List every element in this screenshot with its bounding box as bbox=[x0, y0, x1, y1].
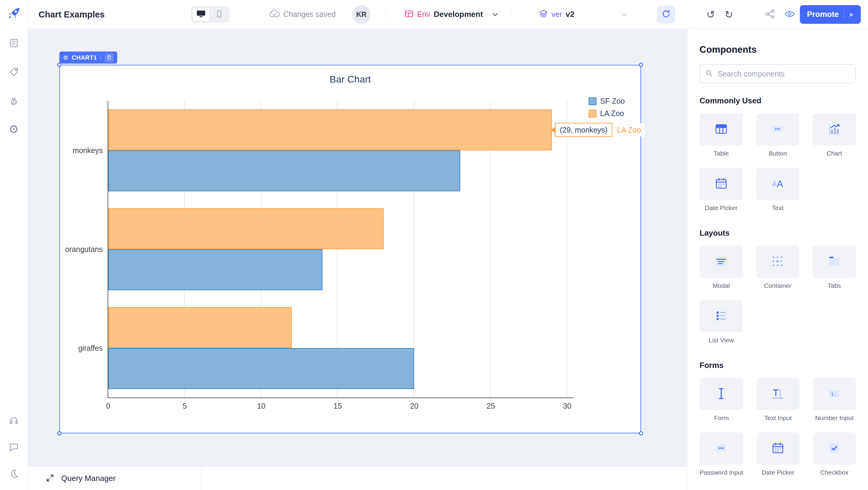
checkbox-icon bbox=[827, 441, 841, 456]
form-icon bbox=[714, 387, 728, 402]
component-tile bbox=[756, 378, 800, 410]
number-input-icon: 1.. bbox=[827, 387, 841, 402]
component-tile bbox=[700, 432, 743, 465]
text-input-icon bbox=[771, 387, 785, 402]
eye-icon bbox=[784, 9, 795, 19]
component-card-container[interactable]: Container bbox=[756, 246, 800, 289]
layers-icon bbox=[539, 9, 548, 20]
chart-category-band: monkeys(29, monkeys)LA Zoo bbox=[108, 101, 573, 200]
component-card-table[interactable]: Table bbox=[700, 113, 743, 157]
component-sections: Commonly UsedTableButtonChartDate Picker… bbox=[700, 96, 856, 476]
tooltip-value: (29, monkeys) bbox=[555, 123, 612, 137]
x-tick-label: 30 bbox=[563, 402, 571, 410]
share-button[interactable] bbox=[765, 9, 775, 20]
settings-gear-icon[interactable]: ⚙ bbox=[8, 124, 19, 135]
chart-icon bbox=[827, 122, 841, 137]
chart-legend: SF ZooLA Zoo bbox=[589, 97, 625, 118]
promote-button[interactable]: Promote » bbox=[800, 5, 861, 24]
component-card-number-input[interactable]: 1..Number Input bbox=[813, 378, 856, 422]
tag-icon[interactable] bbox=[9, 67, 19, 77]
desktop-toggle-button[interactable] bbox=[193, 8, 210, 21]
component-label: Checkbox bbox=[813, 469, 856, 476]
svg-text:1..: 1.. bbox=[831, 391, 836, 396]
legend-swatch bbox=[589, 97, 596, 105]
component-card-password-input[interactable]: Password Input bbox=[700, 432, 743, 476]
component-tile bbox=[700, 300, 743, 332]
component-label: Modal bbox=[700, 282, 743, 289]
chart-title: Bar Chart bbox=[60, 74, 641, 85]
avatar[interactable]: KR bbox=[352, 5, 371, 24]
app-builder: ⚙ Chart Examples Changes saved KR bbox=[0, 0, 868, 490]
component-card-button[interactable]: Button bbox=[756, 113, 800, 157]
version-selector[interactable]: ver v2 bbox=[539, 9, 628, 20]
canvas[interactable]: ⚙ CHART1 Bar Chart monkeys(29, monkeys)L… bbox=[28, 29, 687, 490]
header: Chart Examples Changes saved KR Env Deve… bbox=[28, 0, 868, 29]
date-picker-icon bbox=[771, 441, 785, 456]
chart-widget[interactable]: ⚙ CHART1 Bar Chart monkeys(29, monkeys)L… bbox=[59, 65, 641, 433]
hover-tooltip: (29, monkeys)LA Zoo bbox=[551, 123, 645, 137]
component-label: Password Input bbox=[700, 469, 743, 476]
resize-handle[interactable] bbox=[639, 63, 643, 67]
widget-name: CHART1 bbox=[72, 54, 97, 61]
component-card-form[interactable]: Form bbox=[700, 378, 743, 422]
y-axis-label: monkeys bbox=[73, 146, 103, 155]
bar-sf-zoo-giraffes[interactable] bbox=[108, 348, 414, 389]
double-chevron-icon: » bbox=[844, 10, 854, 19]
component-card-date-picker[interactable]: Date Picker bbox=[700, 168, 743, 212]
component-card-text[interactable]: AAText bbox=[756, 168, 800, 212]
component-card-date-picker[interactable]: Date Picker bbox=[756, 432, 800, 476]
component-card-modal[interactable]: Modal bbox=[700, 246, 743, 289]
component-card-text-input[interactable]: Text Input bbox=[756, 378, 800, 422]
component-search[interactable] bbox=[700, 64, 856, 84]
component-card-checkbox[interactable]: Checkbox bbox=[813, 432, 856, 476]
environment-icon bbox=[404, 10, 413, 19]
divider bbox=[512, 8, 512, 21]
bar-la-zoo-giraffes[interactable] bbox=[108, 307, 292, 348]
trash-icon[interactable] bbox=[104, 53, 114, 62]
component-tile bbox=[700, 113, 743, 146]
bar-la-zoo-orangutans[interactable] bbox=[108, 208, 384, 249]
divider bbox=[386, 8, 386, 21]
bar-la-zoo-monkeys[interactable]: (29, monkeys)LA Zoo bbox=[108, 110, 552, 150]
debugger-bug-icon[interactable] bbox=[9, 96, 19, 106]
sync-button[interactable] bbox=[657, 5, 675, 24]
search-input[interactable] bbox=[718, 70, 850, 78]
legend-item[interactable]: LA Zoo bbox=[589, 109, 625, 118]
environment-selector[interactable]: Env Development bbox=[404, 10, 499, 19]
support-headset-icon[interactable] bbox=[9, 415, 19, 426]
chevron-down-icon bbox=[620, 10, 628, 19]
component-grid: FormText Input1..Number InputPassword In… bbox=[700, 378, 856, 476]
component-tile bbox=[756, 432, 800, 465]
component-label: Table bbox=[700, 150, 743, 157]
app-logo-rocket-icon[interactable] bbox=[6, 6, 22, 22]
preview-button[interactable] bbox=[784, 9, 795, 19]
env-value: Development bbox=[434, 10, 483, 19]
resize-handle[interactable] bbox=[57, 431, 61, 435]
component-label: Button bbox=[756, 150, 800, 157]
component-label: Form bbox=[700, 415, 743, 422]
component-label: List View bbox=[700, 337, 743, 344]
mobile-toggle-button[interactable] bbox=[211, 8, 227, 21]
resize-handle[interactable] bbox=[639, 431, 643, 435]
component-card-list-view[interactable]: List View bbox=[700, 300, 743, 344]
query-manager-toggle[interactable]: Query Manager bbox=[28, 467, 201, 490]
legend-item[interactable]: SF Zoo bbox=[589, 97, 625, 105]
tooltip-arrow-icon bbox=[551, 127, 555, 133]
bar-sf-zoo-monkeys[interactable] bbox=[108, 150, 460, 191]
component-label: Date Picker bbox=[700, 204, 743, 212]
bar-sf-zoo-orangutans[interactable] bbox=[108, 249, 322, 290]
pages-icon[interactable] bbox=[9, 38, 19, 48]
component-tile: AA bbox=[756, 168, 800, 200]
widget-tag[interactable]: ⚙ CHART1 bbox=[59, 52, 117, 64]
dark-mode-moon-icon[interactable] bbox=[9, 469, 19, 479]
redo-button[interactable]: ↻ bbox=[724, 9, 733, 20]
plot-area: monkeys(29, monkeys)LA Zooorangutansgira… bbox=[107, 101, 573, 398]
undo-button[interactable]: ↺ bbox=[707, 9, 715, 20]
gear-icon[interactable]: ⚙ bbox=[63, 55, 68, 61]
component-card-tabs[interactable]: Tabs bbox=[812, 246, 856, 289]
chat-icon[interactable] bbox=[9, 442, 19, 452]
component-card-chart[interactable]: Chart bbox=[812, 113, 856, 157]
chevron-down-icon bbox=[491, 10, 499, 19]
share-icon bbox=[765, 9, 775, 20]
x-tick-label: 20 bbox=[410, 402, 418, 410]
